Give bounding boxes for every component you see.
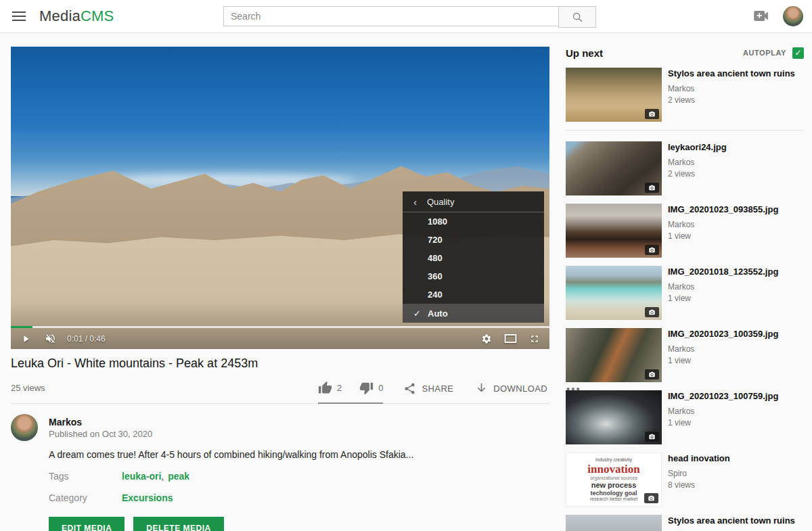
video-thumbnail[interactable] [566,266,662,320]
delete-media-button[interactable]: DELETE MEDIA [133,517,223,531]
logo-cms: CMS [81,7,114,24]
up-next-title: Up next [566,47,603,59]
item-author: Markos [668,220,778,229]
quality-option-720[interactable]: 720 [403,231,544,249]
item-views: 1 view [668,356,778,365]
item-title[interactable]: leykaori24.jpg [668,142,727,154]
video-thumbnail[interactable]: industry creativity innovation organizat… [566,453,662,507]
item-author: Markos [668,84,795,93]
rate-group: 2 0 [318,373,383,404]
list-item[interactable]: IMG_20201023_100759.jpg Markos 1 view [566,390,804,444]
quality-menu-back[interactable]: Quality [403,191,544,212]
camera-icon [645,245,659,255]
search-button[interactable] [558,6,596,28]
quality-option-auto[interactable]: Auto [403,304,544,323]
quality-menu-title: Quality [427,197,454,207]
camera-icon [645,369,659,379]
item-views: 8 views [668,480,730,490]
item-author: Markos [668,407,778,416]
menu-icon[interactable] [12,16,26,17]
category-value: Excursions [122,492,173,503]
share-button[interactable]: SHARE [403,382,453,395]
author-avatar[interactable] [11,414,38,441]
divider [566,130,804,131]
item-title[interactable]: IMG_20201023_100359.jpg [668,329,778,340]
item-title[interactable]: IMG_20201018_123552.jpg [668,267,778,278]
item-author: Spiro [668,469,730,478]
theater-mode-icon[interactable] [504,333,517,344]
list-item[interactable]: industry creativity innovation organizat… [566,453,804,507]
fullscreen-icon[interactable] [529,333,540,344]
video-thumbnail[interactable] [566,68,662,122]
tag-peak[interactable]: peak [168,471,189,482]
list-item[interactable]: IMG_20201023_093855.jpg Markos 1 view [566,204,804,258]
mute-button[interactable] [45,333,56,344]
video-camera-add-icon [754,11,769,21]
like-button[interactable]: 2 [318,381,342,395]
tag-separator: , [161,471,164,482]
item-title[interactable]: Stylos area ancient town ruins [668,68,795,80]
autoplay-checkbox[interactable] [792,47,804,59]
dislike-count: 0 [378,383,383,393]
user-avatar[interactable] [783,6,803,26]
list-item[interactable]: Stylos area ancient town ruins Markos 2 … [566,68,804,122]
checkmark-icon [413,308,422,319]
camera-icon [644,493,658,503]
play-button[interactable] [20,333,31,344]
back-chevron-icon [413,196,417,208]
list-item[interactable]: Stylos area ancient town ruins [566,515,804,531]
owner-actions: EDIT MEDIA DELETE MEDIA [49,517,224,531]
camera-icon [645,432,659,442]
dislike-button[interactable]: 0 [359,381,383,395]
item-title[interactable]: IMG_20201023_100759.jpg [668,391,778,402]
video-player[interactable]: Quality 1080 720 480 360 240 Auto 0:01 /… [11,47,549,349]
category-link[interactable]: Excursions [122,492,173,503]
upload-media-button[interactable] [754,11,769,21]
share-icon [403,382,416,395]
video-thumbnail[interactable] [566,141,662,195]
player-controls: 0:01 / 0:46 [11,328,549,349]
video-thumbnail[interactable] [566,328,662,382]
tags-value: leuka-ori,peak [122,471,189,482]
quality-option-480[interactable]: 480 [403,249,544,267]
item-views: 1 view [668,294,778,303]
video-thumbnail[interactable] [566,390,662,444]
edit-media-button[interactable]: EDIT MEDIA [49,517,125,531]
camera-icon [645,307,659,317]
list-item[interactable]: IMG_20201023_100359.jpg Markos 1 view [566,328,804,382]
video-thumbnail[interactable] [566,515,662,531]
share-label: SHARE [422,384,453,394]
item-title[interactable]: IMG_20201023_093855.jpg [668,204,778,216]
video-thumbnail[interactable] [566,204,662,258]
item-views: 1 view [668,231,778,241]
time-display: 0:01 / 0:46 [67,334,106,344]
top-bar: MediaCMS [0,0,812,33]
quality-menu: Quality 1080 720 480 360 240 Auto [403,191,544,323]
settings-gear-icon[interactable] [481,333,492,344]
media-description: A dream comes true! After 4-5 hours of c… [49,448,455,462]
list-item[interactable]: leykaori24.jpg Markos 2 views [566,141,804,195]
quality-option-360[interactable]: 360 [403,267,544,285]
item-title[interactable]: head inovation [668,453,730,465]
item-author: Markos [668,282,778,292]
download-label: DOWNLOAD [493,384,547,394]
camera-icon [645,183,659,193]
download-button[interactable]: DOWNLOAD [475,382,547,395]
quality-option-240[interactable]: 240 [403,285,544,304]
item-title[interactable]: Stylos area ancient town ruins [668,515,795,527]
list-item[interactable]: IMG_20201018_123552.jpg Markos 1 view [566,266,804,320]
tag-leuka-ori[interactable]: leuka-ori [122,471,161,482]
search-input[interactable] [223,6,559,26]
logo-media: Media [39,7,81,24]
author-name[interactable]: Markos [49,417,82,428]
media-title: Leuka Ori - White mountains - Peak at 24… [11,356,484,371]
publish-date: Published on Oct 30, 2020 [49,429,152,439]
view-count: 25 views [11,383,45,393]
category-label: Category [49,492,87,503]
autoplay-label: AUTOPLAY [743,49,786,57]
quality-option-1080[interactable]: 1080 [403,212,544,231]
app-logo[interactable]: MediaCMS [39,7,114,25]
item-author: Markos [668,158,727,167]
download-icon [475,382,488,395]
search-icon [572,11,583,23]
